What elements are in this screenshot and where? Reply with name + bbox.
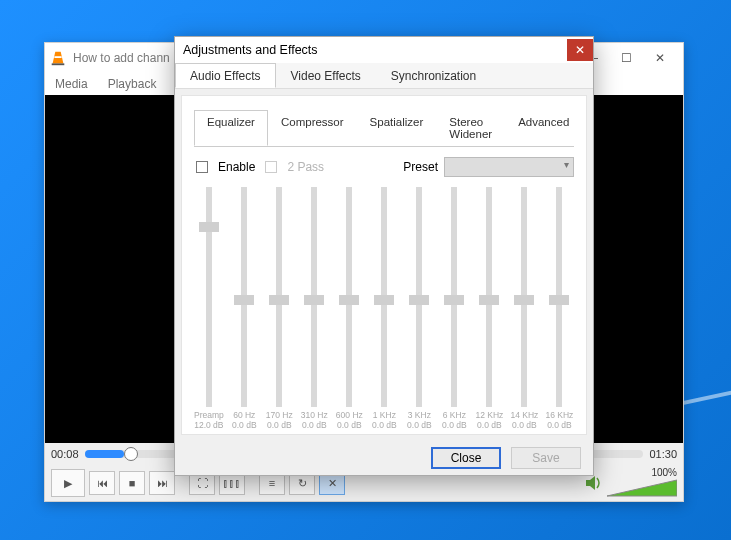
eq-value-label: 0.0 dB	[372, 420, 397, 430]
volume-percent: 100%	[651, 467, 677, 478]
eq-slider-b600[interactable]	[346, 187, 352, 407]
dialog-titlebar: Adjustments and Effects ✕	[175, 37, 593, 63]
vlc-cone-icon	[49, 49, 67, 67]
eq-thumb-b1k[interactable]	[374, 295, 394, 305]
maximize-button[interactable]: ☐	[617, 49, 635, 67]
eq-band-b1k: 1 KHz0.0 dB	[370, 187, 399, 430]
speaker-icon[interactable]	[585, 475, 603, 491]
time-elapsed: 00:08	[51, 448, 79, 460]
eq-freq-label: 3 KHz	[408, 411, 431, 420]
eq-band-b16k: 16 KHz0.0 dB	[545, 187, 574, 430]
enable-checkbox[interactable]	[196, 161, 208, 173]
eq-value-label: 0.0 dB	[547, 420, 572, 430]
close-button[interactable]: Close	[431, 447, 501, 469]
eq-slider-b3k[interactable]	[416, 187, 422, 407]
eq-freq-label: 6 KHz	[443, 411, 466, 420]
equalizer-options: Enable 2 Pass Preset	[194, 147, 574, 181]
audio-effects-panel: Equalizer Compressor Spatializer Stereo …	[181, 95, 587, 435]
eq-value-label: 12.0 dB	[194, 420, 223, 430]
eq-band-b3k: 3 KHz0.0 dB	[405, 187, 434, 430]
eq-freq-label: 600 Hz	[336, 411, 363, 420]
eq-freq-label: 170 Hz	[266, 411, 293, 420]
eq-band-b60: 60 Hz0.0 dB	[230, 187, 259, 430]
svg-marker-3	[586, 476, 595, 490]
dialog-footer: Close Save	[175, 441, 593, 475]
twopass-checkbox	[265, 161, 277, 173]
stop-button[interactable]: ■	[119, 471, 145, 495]
subtab-compressor[interactable]: Compressor	[268, 110, 357, 146]
eq-slider-b1k[interactable]	[381, 187, 387, 407]
eq-thumb-b600[interactable]	[339, 295, 359, 305]
eq-band-b6k: 6 KHz0.0 dB	[440, 187, 469, 430]
svg-marker-4	[607, 480, 677, 496]
save-button: Save	[511, 447, 581, 469]
menu-playback[interactable]: Playback	[108, 77, 157, 91]
eq-thumb-Preamp[interactable]	[199, 222, 219, 232]
eq-value-label: 0.0 dB	[407, 420, 432, 430]
eq-freq-label: 14 KHz	[510, 411, 538, 420]
seek-thumb[interactable]	[124, 447, 138, 461]
time-total: 01:30	[649, 448, 677, 460]
eq-band-Preamp: Preamp12.0 dB	[194, 187, 224, 430]
eq-slider-b60[interactable]	[241, 187, 247, 407]
eq-band-b12k: 12 KHz0.0 dB	[475, 187, 504, 430]
adjustments-dialog: Adjustments and Effects ✕ Audio Effects …	[174, 36, 594, 476]
svg-rect-1	[54, 56, 61, 58]
eq-band-b170: 170 Hz0.0 dB	[265, 187, 294, 430]
eq-value-label: 0.0 dB	[232, 420, 257, 430]
eq-slider-b310[interactable]	[311, 187, 317, 407]
eq-value-label: 0.0 dB	[477, 420, 502, 430]
eq-value-label: 0.0 dB	[442, 420, 467, 430]
eq-thumb-b16k[interactable]	[549, 295, 569, 305]
eq-slider-b14k[interactable]	[521, 187, 527, 407]
next-button[interactable]: ⏭	[149, 471, 175, 495]
eq-thumb-b310[interactable]	[304, 295, 324, 305]
eq-band-b600: 600 Hz0.0 dB	[335, 187, 364, 430]
eq-freq-label: 60 Hz	[233, 411, 255, 420]
eq-slider-b6k[interactable]	[451, 187, 457, 407]
subtab-stereo-widener[interactable]: Stereo Widener	[436, 110, 505, 146]
eq-thumb-b170[interactable]	[269, 295, 289, 305]
eq-freq-label: 1 KHz	[373, 411, 396, 420]
eq-freq-label: 12 KHz	[475, 411, 503, 420]
eq-value-label: 0.0 dB	[302, 420, 327, 430]
eq-thumb-b6k[interactable]	[444, 295, 464, 305]
svg-rect-2	[52, 63, 65, 65]
dialog-title: Adjustments and Effects	[183, 43, 318, 57]
tab-synchronization[interactable]: Synchronization	[376, 63, 491, 88]
eq-value-label: 0.0 dB	[512, 420, 537, 430]
volume-slider[interactable]	[607, 478, 677, 500]
eq-thumb-b12k[interactable]	[479, 295, 499, 305]
eq-freq-label: 16 KHz	[545, 411, 573, 420]
eq-value-label: 0.0 dB	[267, 420, 292, 430]
subtab-spatializer[interactable]: Spatializer	[357, 110, 437, 146]
previous-button[interactable]: ⏮	[89, 471, 115, 495]
eq-band-b14k: 14 KHz0.0 dB	[510, 187, 539, 430]
eq-freq-label: 310 Hz	[301, 411, 328, 420]
tab-video-effects[interactable]: Video Effects	[276, 63, 376, 88]
subtab-equalizer[interactable]: Equalizer	[194, 110, 268, 146]
menu-media[interactable]: Media	[55, 77, 88, 91]
preset-dropdown[interactable]	[444, 157, 574, 177]
eq-thumb-b3k[interactable]	[409, 295, 429, 305]
preset-label: Preset	[403, 160, 438, 174]
eq-slider-b170[interactable]	[276, 187, 282, 407]
enable-label: Enable	[218, 160, 255, 174]
subtab-advanced[interactable]: Advanced	[505, 110, 582, 146]
eq-value-label: 0.0 dB	[337, 420, 362, 430]
eq-slider-b16k[interactable]	[556, 187, 562, 407]
twopass-label: 2 Pass	[287, 160, 324, 174]
dialog-close-button[interactable]: ✕	[567, 39, 593, 61]
eq-slider-b12k[interactable]	[486, 187, 492, 407]
play-button[interactable]: ▶	[51, 469, 85, 497]
eq-band-b310: 310 Hz0.0 dB	[300, 187, 329, 430]
eq-slider-Preamp[interactable]	[206, 187, 212, 407]
sub-tab-strip: Equalizer Compressor Spatializer Stereo …	[194, 110, 574, 147]
tab-audio-effects[interactable]: Audio Effects	[175, 63, 276, 88]
eq-thumb-b60[interactable]	[234, 295, 254, 305]
main-tab-strip: Audio Effects Video Effects Synchronizat…	[175, 63, 593, 89]
eq-thumb-b14k[interactable]	[514, 295, 534, 305]
close-window-button[interactable]: ✕	[651, 49, 669, 67]
eq-freq-label: Preamp	[194, 411, 224, 420]
equalizer-bands: Preamp12.0 dB60 Hz0.0 dB170 Hz0.0 dB310 …	[194, 181, 574, 430]
